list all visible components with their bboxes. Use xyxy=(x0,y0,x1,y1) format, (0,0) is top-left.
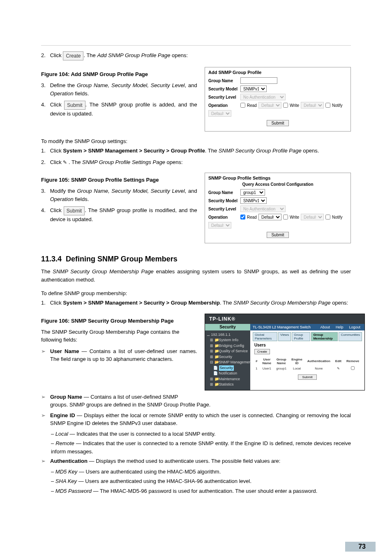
security-level-label: Security Level xyxy=(208,95,239,99)
tab-bar: Global Parameters Views Group Profile Gr… xyxy=(253,332,362,341)
write-checkbox[interactable] xyxy=(283,103,288,108)
notify-select: Default xyxy=(208,110,231,117)
section-intro: The SNMP Security Group Membership Page … xyxy=(41,268,351,284)
define-step-1: 1. Click System > SNMP Management > Secu… xyxy=(41,299,351,307)
sub-name: SHA Key xyxy=(55,478,77,484)
tree-item-maintenance[interactable]: ⊞ 📁Maintenance xyxy=(207,377,249,382)
query-access-header: Query Access Control Configuration xyxy=(208,182,347,187)
field-desc: — Displays the method used to authentica… xyxy=(88,458,280,464)
remove-checkbox[interactable] xyxy=(351,366,355,370)
write-checkbox[interactable] xyxy=(283,215,288,219)
table-header: # User Name Group Name Engine ID Authent… xyxy=(254,358,361,365)
step-number: 1. xyxy=(41,299,48,307)
sidebar: Security ⚊ 192.168.1.1 ⊞ 📁System Info ⊞ … xyxy=(205,324,250,390)
text: , and xyxy=(185,188,197,194)
sub-name: Local xyxy=(55,431,68,437)
tree-item-qos[interactable]: ⊞ 📁Quality of Service xyxy=(207,349,249,354)
brand-logo: TP-LINK® xyxy=(205,314,364,324)
figure-106-caption: Figure 106: SNMP Security Group Membersh… xyxy=(41,318,197,324)
tab-global-parameters[interactable]: Global Parameters xyxy=(253,332,277,341)
write-label: Write xyxy=(290,215,299,219)
submit-button-image: Submit xyxy=(64,206,85,215)
step-2: 2. Click Create. The Add SNMP Group Prof… xyxy=(41,51,351,60)
read-select[interactable]: Default xyxy=(258,214,281,220)
security-level-select: No Authentication xyxy=(240,206,286,212)
field-name: Group Name xyxy=(50,394,82,400)
submit-button[interactable]: Submit xyxy=(267,120,288,126)
nav-tree: ⚊ 192.168.1.1 ⊞ 📁System Info ⊞ 📁Bridging… xyxy=(205,330,250,390)
text-italic: SNMP Group Profile Settings Page xyxy=(82,159,165,165)
notify-checkbox[interactable] xyxy=(325,103,330,108)
text-italic: SNMP Security Group Membership Page xyxy=(233,300,331,306)
text-italic: SNMP Security Group Membership Page xyxy=(53,268,154,275)
text: opens: xyxy=(331,300,348,306)
tab-communities[interactable]: Communities xyxy=(339,332,362,341)
submit-button[interactable]: Submit xyxy=(298,374,317,380)
edit-icon: ✎ xyxy=(63,159,67,166)
tree-item-security[interactable]: ⊞ 📁Security xyxy=(207,354,249,360)
write-label: Write xyxy=(290,103,299,108)
read-checkbox[interactable] xyxy=(240,103,245,108)
security-model-select[interactable]: SNMPv1 xyxy=(240,197,267,204)
tree-item-bridging[interactable]: ⊞ 📁Bridging Config xyxy=(207,343,249,349)
auth-sha-key: – SHA Key — Users are authenticated usin… xyxy=(51,477,351,485)
bullet-icon: ➢ xyxy=(41,457,47,465)
link-logout[interactable]: Logout xyxy=(349,325,361,329)
cell-edit[interactable]: ✎ xyxy=(333,366,344,371)
cell-groupname: group1 xyxy=(274,366,288,371)
th-edit: Edit xyxy=(333,358,344,365)
tree-item-notification[interactable]: 📄 Notification xyxy=(207,371,249,377)
modify-step-4: 4. Click Submit. The SNMP group profile … xyxy=(41,206,197,224)
text: opens: xyxy=(165,159,183,165)
link-help[interactable]: Help xyxy=(336,325,344,329)
tab-group-membership[interactable]: Group Membership xyxy=(311,332,338,341)
group-name-select[interactable]: group1 xyxy=(240,189,265,196)
read-checkbox[interactable] xyxy=(240,215,245,219)
device-title: TL-SL3428 L2 Management Switch xyxy=(250,325,311,329)
tree-item-statistics[interactable]: ⊞ 📁Statistics xyxy=(207,382,249,388)
submit-button[interactable]: Submit xyxy=(267,232,288,238)
field-desc: — Displays either the local or remote SN… xyxy=(50,412,351,427)
th-auth: Authentication xyxy=(305,358,332,365)
cell-remove[interactable] xyxy=(344,366,361,371)
notify-checkbox[interactable] xyxy=(325,215,330,219)
divider xyxy=(41,45,351,46)
users-table: # User Name Group Name Engine ID Authent… xyxy=(253,357,362,372)
sub-name: MD5 Password xyxy=(55,488,92,494)
text: , and xyxy=(185,82,197,88)
section-title: Defining SNMP Group Members xyxy=(66,255,178,263)
text-italic: Operation xyxy=(50,196,74,202)
text: Click xyxy=(50,148,63,154)
create-button[interactable]: Create xyxy=(254,349,270,354)
tree-item-snmp-mgmt[interactable]: ⊟ 📂SNMP Management xyxy=(207,360,249,365)
step-3: 3. Define the Group Name, Security Model… xyxy=(41,81,197,97)
text: fields. xyxy=(74,90,89,97)
tree-item-snmp-security[interactable]: 📄 Security xyxy=(207,365,249,371)
security-model-label: Security Model xyxy=(208,87,239,91)
step-number: 2. xyxy=(41,51,48,60)
tree-item-system-info[interactable]: ⊞ 📁System Info xyxy=(207,337,249,343)
text: Click xyxy=(50,207,64,213)
field-name: Authentication xyxy=(50,458,88,464)
th-index: # xyxy=(254,358,259,365)
text-italic: Group Name, Security Model, Security Lev… xyxy=(77,82,185,88)
tab-views[interactable]: Views xyxy=(278,332,291,341)
tab-group-profile[interactable]: Group Profile xyxy=(292,332,310,341)
auth-md5-key: – MD5 Key — Users are authenticated usin… xyxy=(51,468,351,476)
step-number: 4. xyxy=(41,206,48,215)
link-about[interactable]: About xyxy=(321,325,330,329)
text-italic: Add SNMP Group Profile Page xyxy=(97,52,170,58)
th-groupname: Group Name xyxy=(274,358,288,365)
text-italic: SNMP Security Group Profile Page xyxy=(219,148,302,154)
group-name-input[interactable] xyxy=(240,77,277,84)
cell-engineid: Local xyxy=(289,366,304,371)
create-button-image: Create xyxy=(63,51,83,60)
app-screenshot: TP-LINK® Security ⚊ 192.168.1.1 ⊞ 📁Syste… xyxy=(205,314,365,390)
tree-root[interactable]: ⚊ 192.168.1.1 xyxy=(207,332,249,338)
text: Click xyxy=(50,300,63,306)
text-italic: Operation xyxy=(50,90,74,97)
engine-remote: – Remote — Indicates that the user is co… xyxy=(51,439,351,455)
security-model-select[interactable]: SNMPv1 xyxy=(240,85,267,92)
sub-name: MD5 Key xyxy=(55,469,77,475)
bullet-icon: ➢ xyxy=(41,411,47,427)
